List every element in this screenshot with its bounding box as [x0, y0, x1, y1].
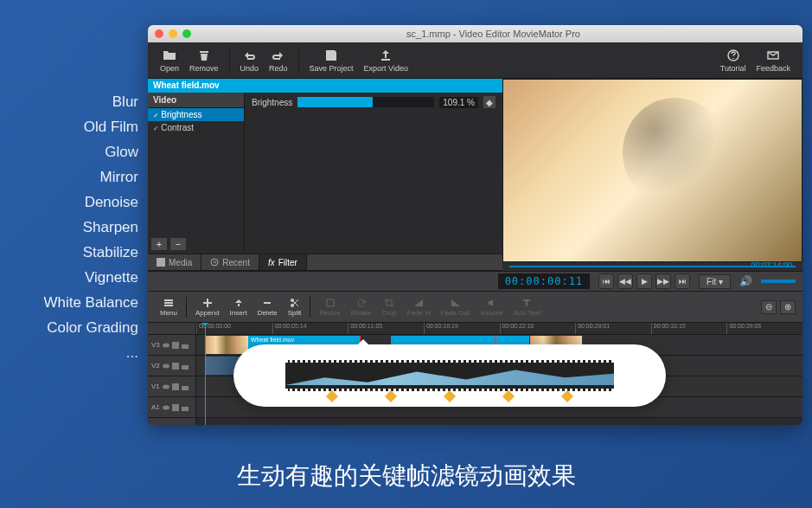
fadein-icon [413, 298, 424, 308]
filter-list-header: Video [148, 93, 244, 108]
rotate-button[interactable]: Rotate [346, 296, 377, 318]
track-head-v1[interactable]: V1 [148, 376, 195, 397]
lock-icon [182, 342, 189, 349]
svg-point-10 [163, 363, 169, 368]
tab-recent[interactable]: Recent [201, 254, 259, 270]
close-icon[interactable] [155, 29, 163, 38]
open-button[interactable]: Open [155, 47, 184, 74]
duration-label: 00:03:14:00 [751, 260, 792, 269]
help-icon [726, 48, 740, 62]
volume-button[interactable]: Volume [475, 296, 508, 318]
export-icon [379, 48, 393, 62]
export-video-button[interactable]: Export Video [359, 47, 413, 74]
split-icon [290, 298, 300, 308]
redo-icon [272, 48, 285, 62]
insert-icon [233, 298, 244, 308]
feedback-button[interactable]: Feedback [751, 47, 796, 74]
timeline-toolbar: Menu Append Insert Delete Split Resize R… [148, 292, 802, 323]
menu-button[interactable]: Menu [155, 296, 182, 318]
keyframe-diamond-icon [502, 390, 515, 402]
eye-icon [163, 342, 169, 349]
skip-end-button[interactable]: ⏭ [675, 273, 690, 289]
playhead[interactable] [205, 323, 206, 425]
mute-icon [172, 342, 179, 349]
resize-button[interactable]: Resize [314, 296, 345, 318]
preview-viewport[interactable] [503, 80, 802, 261]
mute-icon [172, 404, 179, 411]
undo-button[interactable]: Undo [235, 47, 265, 74]
resize-icon [325, 298, 336, 308]
next-frame-button[interactable]: ▶▶ [655, 273, 671, 289]
trash-icon [197, 48, 211, 62]
volume-icon[interactable]: 🔊 [739, 275, 752, 287]
minimize-icon[interactable] [169, 29, 177, 38]
svg-rect-12 [182, 365, 189, 370]
fadein-button[interactable]: Fade In [402, 296, 436, 318]
tab-media[interactable]: Media [148, 254, 201, 270]
play-button[interactable]: ▶ [636, 273, 652, 289]
tagline: 生动有趣的关键帧滤镜动画效果 [0, 460, 812, 492]
eye-icon [163, 363, 169, 370]
save-project-button[interactable]: Save Project [304, 47, 359, 74]
tutorial-button[interactable]: Tutorial [715, 47, 751, 74]
mute-icon [172, 363, 179, 370]
fx-icon: fx [268, 258, 275, 267]
timeline-ruler[interactable]: 00:00:00:00 00:00:05:14 00:00:11:05 00:0… [196, 323, 802, 335]
filter-item-brightness[interactable]: Brightness [148, 108, 244, 121]
zoom-in-button[interactable]: ⊕ [780, 300, 796, 314]
brightness-slider[interactable] [297, 97, 434, 107]
undo-icon [242, 48, 256, 62]
svg-rect-6 [327, 299, 334, 306]
split-button[interactable]: Split [283, 296, 307, 318]
track-head-v3[interactable]: V3 [148, 335, 195, 356]
filter-list: Video Brightness Contrast + − [148, 93, 245, 254]
menu-icon [163, 298, 174, 308]
filter-properties: Brightness 109.1 % ◆ [245, 93, 502, 254]
add-filter-button[interactable]: + [151, 238, 167, 250]
insert-button[interactable]: Insert [225, 296, 253, 318]
append-button[interactable]: Append [190, 296, 225, 318]
crop-icon [384, 298, 394, 308]
lock-icon [182, 404, 189, 411]
media-icon [157, 258, 165, 267]
track-head-v2[interactable]: V2 [148, 356, 195, 376]
mail-icon [766, 48, 780, 62]
zoom-icon[interactable] [182, 29, 191, 38]
svg-point-13 [163, 384, 169, 389]
zoom-out-button[interactable]: ⊖ [761, 300, 777, 314]
lock-icon [182, 363, 189, 370]
addtext-button[interactable]: Add Text [508, 296, 546, 318]
remove-button[interactable]: Remove [184, 47, 224, 74]
tab-filter[interactable]: fx Filter [259, 254, 307, 270]
eye-icon [163, 404, 169, 411]
clock-icon [210, 258, 219, 267]
svg-rect-9 [182, 344, 189, 349]
panel-tabs: Media Recent fx Filter [148, 254, 502, 271]
prev-frame-button[interactable]: ◀◀ [617, 273, 633, 289]
titlebar: sc_1.mmp - Video Editor MovieMator Pro [148, 25, 802, 42]
keyframe-toggle[interactable]: ◆ [483, 96, 496, 108]
remove-filter-button[interactable]: − [170, 238, 186, 250]
main-toolbar: Open Remove Undo Redo Save Project Expor… [148, 42, 802, 79]
svg-rect-18 [182, 407, 189, 411]
redo-button[interactable]: Redo [264, 47, 293, 74]
prop-label: Brightness [252, 98, 292, 107]
folder-open-icon [163, 48, 176, 62]
plus-icon [202, 298, 213, 308]
volume-icon [487, 298, 497, 308]
timecode-display[interactable]: 00:00:00:11 [498, 273, 590, 289]
zoom-fit-select[interactable]: Fit ▾ [699, 274, 731, 289]
fadeout-button[interactable]: Fade Out [436, 296, 475, 318]
delete-button[interactable]: Delete [253, 296, 283, 318]
clip-thumb[interactable] [205, 336, 248, 354]
brightness-value: 109.1 % [439, 97, 478, 108]
crop-button[interactable]: Crop [376, 296, 401, 318]
preview-scrubber[interactable]: 00:03:14:00 [502, 262, 802, 271]
volume-slider[interactable] [761, 280, 796, 283]
skip-start-button[interactable]: ⏮ [598, 273, 614, 289]
svg-rect-11 [172, 363, 179, 370]
track-head-a1[interactable]: A1 [148, 397, 195, 418]
filter-item-contrast[interactable]: Contrast [148, 121, 244, 134]
keyframe-diamond-icon [561, 390, 573, 402]
keyframe-diamond-icon [326, 390, 338, 402]
